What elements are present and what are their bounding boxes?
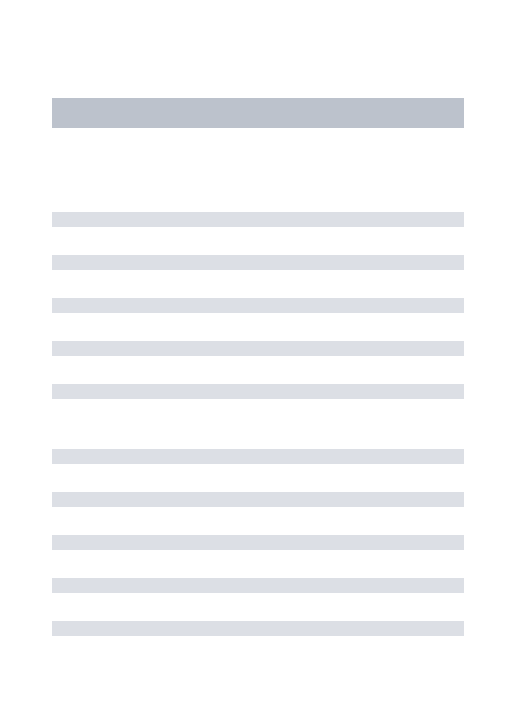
skeleton-line: [52, 255, 464, 270]
skeleton-line-group-2: [52, 449, 464, 636]
skeleton-container: [0, 0, 516, 636]
skeleton-line: [52, 578, 464, 593]
skeleton-line-group-1: [52, 212, 464, 399]
skeleton-line: [52, 298, 464, 313]
skeleton-line: [52, 621, 464, 636]
skeleton-line: [52, 492, 464, 507]
skeleton-line: [52, 341, 464, 356]
skeleton-line: [52, 449, 464, 464]
skeleton-line: [52, 384, 464, 399]
skeleton-line: [52, 535, 464, 550]
skeleton-header-bar: [52, 98, 464, 128]
skeleton-line: [52, 212, 464, 227]
